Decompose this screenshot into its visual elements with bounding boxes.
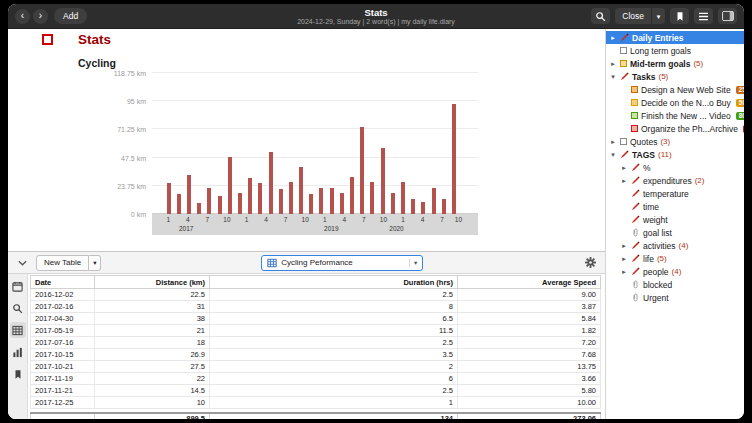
tree-item-tag-time[interactable]: time: [606, 200, 744, 213]
table-cell[interactable]: 5.80: [458, 385, 601, 397]
tree-item-label: people: [643, 267, 669, 277]
table-cell[interactable]: 2017-10-21: [31, 361, 95, 373]
table-cell[interactable]: 9.00: [458, 289, 601, 301]
table-cell[interactable]: 38: [95, 313, 210, 325]
expander-icon[interactable]: ▾: [609, 73, 617, 81]
table-cell[interactable]: 10.00: [458, 397, 601, 409]
table-cell[interactable]: 5.84: [458, 313, 601, 325]
tree-item-tag-weight[interactable]: weight: [606, 213, 744, 226]
expander-icon[interactable]: ▸: [620, 242, 628, 250]
table-cell[interactable]: 14.5: [95, 385, 210, 397]
expander-icon[interactable]: ▸: [609, 60, 617, 68]
chart-ytick-label: 23.75 km: [117, 183, 146, 190]
table-cell[interactable]: 2.5: [210, 337, 458, 349]
tree-item-tag-urgent[interactable]: Urgent: [606, 291, 744, 304]
tree-item-quotes[interactable]: ▸Quotes(3): [606, 135, 744, 148]
table-cell[interactable]: 22.5: [95, 289, 210, 301]
tree-item-daily-entries[interactable]: ▸Daily Entries: [606, 31, 744, 44]
column-header[interactable]: Duration (hrs): [210, 276, 458, 289]
expander-icon[interactable]: ▾: [609, 151, 617, 159]
tree-item-tag-people[interactable]: ▸people(4): [606, 265, 744, 278]
table-cell[interactable]: 2017-02-16: [31, 301, 95, 313]
bookmark-button[interactable]: [670, 8, 689, 24]
tree-item-task-organize-archive[interactable]: Organize the Ph...Archive0,0%: [606, 122, 744, 135]
table-selector[interactable]: Cycling Peformance ▾: [261, 255, 423, 271]
expander-icon[interactable]: ▸: [609, 138, 617, 146]
expander-icon[interactable]: ▸: [620, 164, 628, 172]
search-button[interactable]: [591, 8, 610, 24]
table-cell[interactable]: 3.66: [458, 373, 601, 385]
table-cell[interactable]: 6.5: [210, 313, 458, 325]
table-cell[interactable]: 26.9: [95, 349, 210, 361]
table-cell[interactable]: 2017-11-19: [31, 373, 95, 385]
menu-button[interactable]: [694, 8, 713, 24]
table-cell[interactable]: 3.5: [210, 349, 458, 361]
collapse-panel-button[interactable]: [14, 255, 30, 271]
close-dropdown-button[interactable]: ▾: [652, 8, 665, 24]
tree-item-long-term-goals[interactable]: Long term goals: [606, 44, 744, 57]
expander-icon[interactable]: ▸: [620, 177, 628, 185]
table-cell[interactable]: 1: [210, 397, 458, 409]
column-header[interactable]: Distance (km): [95, 276, 210, 289]
table-cell[interactable]: 13.75: [458, 361, 601, 373]
table-cell[interactable]: 2.5: [210, 385, 458, 397]
table-cell[interactable]: 10: [95, 397, 210, 409]
tree-item-tag-percent[interactable]: ▸%: [606, 161, 744, 174]
bookmark-icon: [675, 11, 685, 22]
tree-item-tag-expenditures[interactable]: ▸expenditures(2): [606, 174, 744, 187]
table-cell[interactable]: 22: [95, 373, 210, 385]
entry-editor[interactable]: Stats Cycling 0 km23.75 km47.5 km71.25 k…: [8, 29, 605, 251]
search-view-button[interactable]: [10, 300, 26, 316]
table-cell[interactable]: 2: [210, 361, 458, 373]
tree-item-task-design-web-site[interactable]: Design a New Web Site25,0%: [606, 83, 744, 96]
table-cell[interactable]: 2017-05-19: [31, 325, 95, 337]
table-cell[interactable]: 2017-10-15: [31, 349, 95, 361]
chart-bar: [218, 196, 222, 214]
table-cell[interactable]: 8: [210, 301, 458, 313]
expander-icon[interactable]: ▸: [620, 255, 628, 263]
table-cell[interactable]: 2.5: [210, 289, 458, 301]
todo-checkbox[interactable]: [42, 34, 53, 45]
add-button[interactable]: Add: [54, 8, 87, 24]
forward-button[interactable]: ›: [33, 9, 48, 24]
column-header[interactable]: Date: [31, 276, 95, 289]
table-cell[interactable]: 3.87: [458, 301, 601, 313]
table-cell[interactable]: 2016-12-02: [31, 289, 95, 301]
table-cell[interactable]: 7.68: [458, 349, 601, 361]
table-cell[interactable]: 31: [95, 301, 210, 313]
table-cell[interactable]: 18: [95, 337, 210, 349]
table-cell[interactable]: 27.5: [95, 361, 210, 373]
table-cell[interactable]: 2017-12-25: [31, 397, 95, 409]
column-header[interactable]: Average Speed: [458, 276, 601, 289]
tree-item-task-finish-video[interactable]: Finish the New ... Video80,0%: [606, 109, 744, 122]
table-cell[interactable]: 6: [210, 373, 458, 385]
tree-item-tag-temperature[interactable]: temperature: [606, 187, 744, 200]
new-table-dropdown-button[interactable]: ▾: [89, 255, 101, 271]
tree-item-tasks[interactable]: ▾Tasks(5): [606, 70, 744, 83]
tree-item-tag-goal-list[interactable]: goal list: [606, 226, 744, 239]
table-view-button[interactable]: [10, 322, 26, 338]
sidebar-toggle-button[interactable]: [718, 8, 737, 24]
chart-view-button[interactable]: [10, 344, 26, 360]
tree-item-tags[interactable]: ▾TAGS(11): [606, 148, 744, 161]
table-cell[interactable]: 2017-11-21: [31, 385, 95, 397]
calendar-view-button[interactable]: [10, 278, 26, 294]
tree-item-tag-blocked[interactable]: blocked: [606, 278, 744, 291]
table-cell[interactable]: 21: [95, 325, 210, 337]
tree-item-tag-life[interactable]: ▸life(5): [606, 252, 744, 265]
table-cell[interactable]: 2017-07-16: [31, 337, 95, 349]
table-cell[interactable]: 1.82: [458, 325, 601, 337]
expander-icon[interactable]: ▸: [609, 34, 617, 42]
flag-view-button[interactable]: [10, 366, 26, 382]
table-cell[interactable]: 2017-04-30: [31, 313, 95, 325]
back-button[interactable]: ‹: [15, 9, 30, 24]
table-cell[interactable]: 7.20: [458, 337, 601, 349]
tree-item-task-decide-buy[interactable]: Decide on the N...o Buy50,0%: [606, 96, 744, 109]
table-cell[interactable]: 11.5: [210, 325, 458, 337]
close-button[interactable]: Close: [615, 8, 652, 24]
new-table-button[interactable]: New Table: [36, 255, 89, 271]
tree-item-mid-term-goals[interactable]: ▸Mid-term goals(5): [606, 57, 744, 70]
expander-icon[interactable]: ▸: [620, 268, 628, 276]
tree-item-tag-activities[interactable]: ▸activities(4): [606, 239, 744, 252]
settings-button[interactable]: [583, 255, 599, 271]
